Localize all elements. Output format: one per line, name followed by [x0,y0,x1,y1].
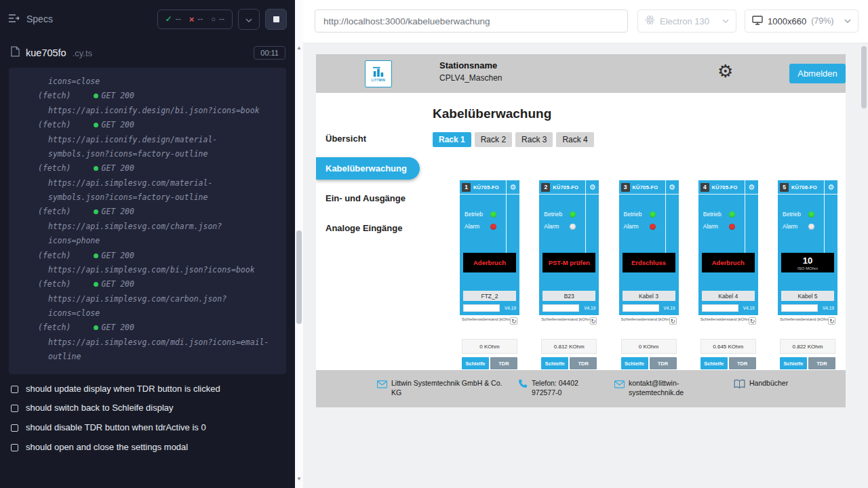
tab-rack-2[interactable]: Rack 2 [475,132,512,147]
url-input[interactable] [315,9,628,33]
device-model: KÜ705-FO [553,184,578,190]
footer-contact-item[interactable]: kontakt@littwin-systemtechnik.de [614,378,696,397]
cards-row: 1 KÜ705-FO ⚙ Betrieb Alarm Aderbruch FTZ… [460,180,837,397]
gear-icon: ⚙ [510,184,517,191]
stop-icon [273,16,279,22]
refresh-icon[interactable]: ↻ [749,317,756,325]
stop-button[interactable] [265,9,287,30]
refresh-icon[interactable]: ↻ [590,317,597,325]
card-divider-column [824,195,837,253]
page-title: Kabelüberwachung [433,106,551,121]
scroll-down-arrow-icon[interactable]: ▼ [295,476,303,482]
nav-item-analoge-eingange[interactable]: Analoge Eingänge [316,213,422,243]
test-item[interactable]: should disable TDR button when tdrActive… [0,418,295,438]
resistance-value: 0.822 KOhm [780,339,835,354]
cable-name: Kabel 5 [781,291,834,301]
spec-file-row[interactable]: kue705fo .cy.ts 00:11 [0,38,295,66]
footer-contact-item[interactable]: Telefon: 04402 972577-0 [518,378,606,397]
specs-menu-button[interactable]: Specs [8,14,53,25]
viewport-select[interactable]: 1000x660 (79%) [745,9,859,33]
http-status: GET 200 [101,251,134,260]
nav-item-kabeluberwachung[interactable]: Kabelüberwachung [316,157,420,180]
device-settings-button[interactable]: ⚙ [824,180,837,194]
green-dot-icon [94,253,98,258]
logout-button[interactable]: Abmelden [789,64,846,83]
collapse-button[interactable] [238,9,260,30]
value-box [463,304,500,312]
log-entry[interactable]: icons=close [17,75,281,89]
device-card: 2 KÜ705-FO ⚙ Betrieb Alarm PST-M prüfen … [539,180,599,397]
log-entry[interactable]: (fetch)GET 200 https://api.simplesvg.com… [17,321,281,364]
device-card: 3 KÜ705-FO ⚙ Betrieb Alarm Erdschluss Ka… [619,180,679,397]
device-settings-button[interactable]: ⚙ [506,180,519,194]
settings-gear-icon[interactable]: ⚙ [717,62,733,80]
tdr-button[interactable]: TDR [729,357,756,369]
green-dot-icon [94,325,98,330]
resistance-label: Schleifenwiderstand [kOhm] [621,317,669,321]
test-title: should disable TDR button when tdrActive… [26,422,206,434]
footer-contact-item[interactable]: Handbücher [734,378,822,391]
tab-rack-3[interactable]: Rack 3 [515,132,553,147]
test-bullet-icon [11,386,18,393]
log-entry[interactable]: (fetch)GET 200 https://api.iconify.desig… [17,89,281,118]
test-item[interactable]: should open and close the settings modal [0,438,295,458]
log-entry[interactable]: (fetch)GET 200 https://api.iconify.desig… [17,118,281,161]
tab-rack-4[interactable]: Rack 4 [556,132,593,147]
device-number: 3 [621,183,630,192]
log-url-line: symbols.json?icons=factory-outline [17,147,281,161]
schleife-button[interactable]: Schleife [462,357,489,369]
cable-name: Kabel 4 [702,291,755,301]
device-card-header: 5 KÜ706-FO ⚙ [778,180,837,195]
device-settings-button[interactable]: ⚙ [745,180,758,194]
schleife-button[interactable]: Schleife [541,357,568,369]
test-item[interactable]: should switch back to Schleife display [0,399,295,418]
log-entry[interactable]: (fetch)GET 200 https://api.simplesvg.com… [17,277,281,321]
refresh-icon[interactable]: ↻ [510,317,517,325]
stat-failed: ×-- [189,14,203,24]
log-url-line: outline [17,350,281,364]
log-entry[interactable]: (fetch)GET 200 https://api.simplesvg.com… [17,249,281,278]
tdr-button[interactable]: TDR [570,357,597,369]
device-card: 4 KÜ705-FO ⚙ Betrieb Alarm Aderbruch Kab… [698,180,758,397]
schleife-button[interactable]: Schleife [701,357,728,369]
tab-rack-1[interactable]: Rack 1 [433,132,471,147]
cypress-runner-panel: Specs ✓-- ×-- ○-- kue705fo .cy.ts 00:11 [0,0,295,488]
log-entry[interactable]: (fetch)GET 200 https://api.simplesvg.com… [17,205,281,248]
stat-pending: ○-- [211,14,224,24]
tdr-button[interactable]: TDR [808,357,835,369]
refresh-icon[interactable]: ↻ [828,317,835,325]
nav-item-ein-und-ausgange[interactable]: Ein- und Ausgänge [316,183,422,213]
scrollbar-thumb[interactable] [861,46,867,108]
browser-select[interactable]: Electron 130 [637,9,736,33]
http-status: GET 200 [101,323,134,332]
test-bullet-icon [11,405,18,412]
schleife-button[interactable]: Schleife [780,357,807,369]
tdr-button[interactable]: TDR [490,357,517,369]
scroll-up-arrow-icon[interactable]: ▲ [295,45,303,51]
screen: Specs ✓-- ×-- ○-- kue705fo .cy.ts 00:11 [0,0,868,488]
betrieb-label: Betrieb [703,211,724,218]
email-icon [377,379,387,391]
log-url-line: https://api.simplesvg.com/charm.json? [17,220,281,234]
log-entry[interactable]: (fetch)GET 200 https://api.simplesvg.com… [17,161,281,205]
spec-file-name: kue705fo [26,47,66,58]
schleife-button[interactable]: Schleife [621,357,648,369]
device-card-header: 3 KÜ705-FO ⚙ [619,180,679,195]
test-item[interactable]: should update display when TDR button is… [0,380,295,399]
device-number: 5 [780,183,789,192]
scrollbar-thumb[interactable] [296,230,302,324]
nav-item-ubersicht[interactable]: Übersicht [316,123,422,153]
footer-contact-item[interactable]: Littwin Systemtechnik GmbH & Co. KG [377,378,513,397]
status-text: Aderbruch [712,259,745,266]
gear-icon: ⚙ [669,184,675,191]
device-settings-button[interactable]: ⚙ [585,180,599,194]
betrieb-label: Betrieb [783,211,803,218]
refresh-icon[interactable]: ↻ [669,317,677,325]
value-box [702,304,738,312]
tdr-button[interactable]: TDR [650,357,677,369]
runner-scrollbar[interactable]: ▲ ▼ [295,0,303,488]
device-settings-button[interactable]: ⚙ [665,180,679,194]
alarm-led [490,224,496,230]
nav-item-label: Ein- und Ausgänge [326,193,406,203]
page-scrollbar[interactable] [860,43,868,488]
